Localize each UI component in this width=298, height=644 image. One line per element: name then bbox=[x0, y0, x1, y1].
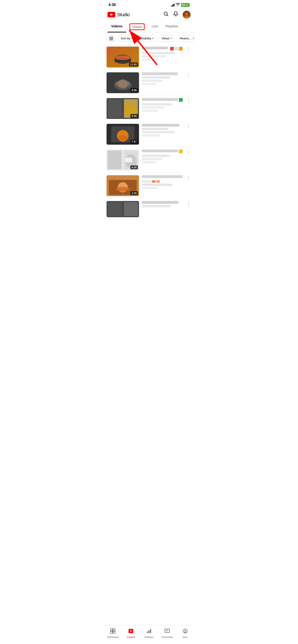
svg-rect-44 bbox=[124, 202, 138, 216]
more-options-button[interactable]: ⋮ bbox=[185, 98, 191, 103]
video-item: 11:05 ⋮ bbox=[104, 44, 194, 70]
video-info bbox=[142, 124, 183, 138]
svg-point-14 bbox=[111, 38, 113, 39]
svg-point-24 bbox=[118, 79, 127, 88]
video-info bbox=[142, 150, 183, 164]
tab-playlists[interactable]: Playlists bbox=[162, 21, 182, 32]
video-thumbnail[interactable]: 9:08 bbox=[107, 72, 139, 93]
video-item: 9:08 ⋮ bbox=[104, 70, 194, 96]
header-actions bbox=[163, 11, 191, 18]
wifi-icon bbox=[176, 3, 180, 7]
views-chevron: ▾ bbox=[170, 37, 172, 40]
app-header: Studio bbox=[104, 9, 194, 21]
sort-by-chevron: ▾ bbox=[131, 37, 133, 40]
video-item: 6:26 ⋮ bbox=[104, 147, 194, 173]
status-icons: 64 ⚡ bbox=[171, 3, 190, 7]
svg-rect-10 bbox=[109, 40, 113, 40]
visibility-chevron: ▾ bbox=[152, 37, 154, 40]
video-info bbox=[142, 175, 183, 190]
video-info bbox=[142, 98, 183, 113]
signal-icon bbox=[171, 3, 175, 6]
video-thumbnail[interactable]: 3:29 bbox=[107, 175, 139, 196]
tab-videos[interactable]: Videos bbox=[107, 21, 126, 32]
status-bar: 4:36 64 ⚡ bbox=[104, 0, 194, 9]
svg-point-20 bbox=[115, 56, 131, 60]
svg-rect-26 bbox=[108, 99, 122, 118]
filter-bar: Sort by ▾ Visibility ▾ Views ▾ Restric..… bbox=[104, 32, 194, 44]
filter-icon-button[interactable] bbox=[107, 35, 116, 42]
more-options-button[interactable]: ⋮ bbox=[185, 175, 191, 180]
svg-rect-43 bbox=[108, 202, 122, 216]
logo-area: Studio bbox=[107, 12, 130, 18]
more-options-button[interactable]: ⋮ bbox=[185, 150, 191, 154]
svg-point-41 bbox=[116, 187, 130, 192]
video-duration: 6:26 bbox=[130, 166, 138, 169]
tab-live[interactable]: Live bbox=[148, 21, 162, 32]
search-button[interactable] bbox=[163, 11, 169, 18]
app-title: Studio bbox=[117, 12, 130, 18]
svg-point-13 bbox=[110, 37, 111, 38]
video-item: 5:20 ⋮ bbox=[104, 96, 194, 122]
video-thumbnail[interactable]: 5:20 bbox=[107, 98, 139, 119]
svg-point-32 bbox=[118, 136, 127, 141]
video-thumbnail[interactable] bbox=[107, 201, 139, 217]
video-info bbox=[142, 201, 183, 208]
restrict-chevron: ▾ bbox=[193, 37, 194, 40]
tab-shorts[interactable]: Shorts bbox=[126, 21, 148, 32]
more-options-button[interactable]: ⋮ bbox=[185, 124, 191, 129]
video-item: 7:27 ⋮ bbox=[104, 122, 194, 147]
notifications-button[interactable] bbox=[173, 11, 178, 18]
video-item: ⋮ bbox=[104, 199, 194, 218]
svg-rect-34 bbox=[108, 151, 122, 169]
more-options-button[interactable]: ⋮ bbox=[185, 201, 191, 206]
video-info bbox=[142, 72, 183, 86]
video-duration: 11:05 bbox=[129, 62, 138, 66]
status-time: 4:36 bbox=[108, 3, 116, 7]
youtube-logo bbox=[107, 12, 115, 18]
tabs-bar: Videos Shorts Live Playlists bbox=[104, 21, 194, 32]
video-thumbnail[interactable]: 7:27 bbox=[107, 124, 139, 145]
more-options-button[interactable]: ⋮ bbox=[185, 46, 191, 52]
video-item: 3:29 ⋮ bbox=[104, 173, 194, 199]
visibility-button[interactable]: Visibility ▾ bbox=[137, 35, 157, 42]
video-info bbox=[142, 46, 183, 62]
video-list: 11:05 ⋮ bbox=[104, 44, 194, 218]
restrict-button[interactable]: Restric... ▾ bbox=[177, 35, 194, 42]
video-thumbnail[interactable]: 11:05 bbox=[107, 46, 139, 68]
svg-rect-37 bbox=[125, 158, 132, 162]
video-duration: 9:08 bbox=[130, 88, 138, 92]
video-thumbnail[interactable]: 6:26 bbox=[107, 150, 139, 170]
video-duration: 7:27 bbox=[130, 140, 138, 144]
user-avatar[interactable] bbox=[183, 11, 191, 18]
video-duration: 3:29 bbox=[130, 191, 138, 195]
sort-by-button[interactable]: Sort by ▾ bbox=[118, 35, 136, 42]
more-options-button[interactable]: ⋮ bbox=[185, 72, 191, 78]
views-button[interactable]: Views ▾ bbox=[159, 35, 175, 42]
video-duration: 5:20 bbox=[130, 114, 138, 118]
battery-indicator: 64 ⚡ bbox=[181, 3, 190, 7]
svg-point-4 bbox=[185, 12, 188, 15]
